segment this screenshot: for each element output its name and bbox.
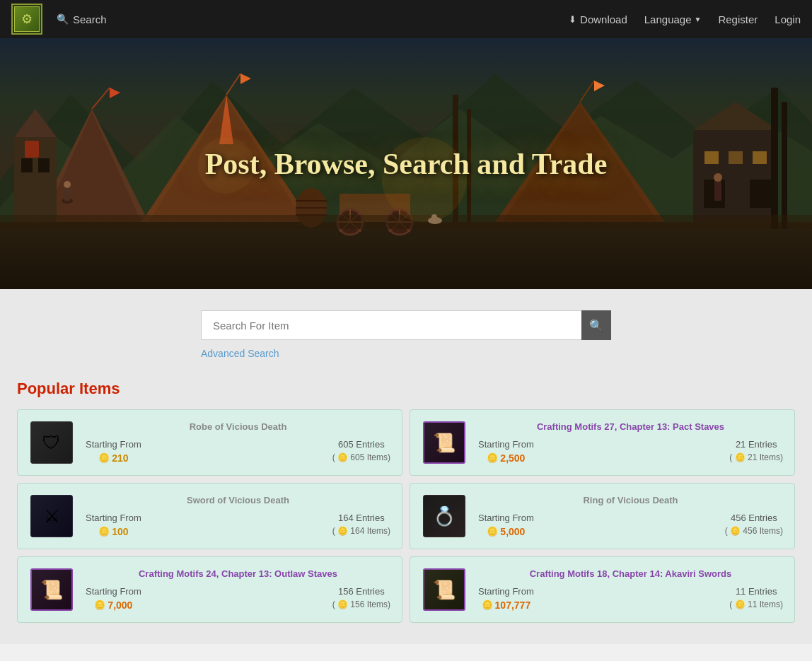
- starting-from-label: Starting From: [86, 586, 141, 597]
- item-info: Crafting Motifs 24, Chapter 13: Outlaw S…: [86, 568, 390, 611]
- price-stat: Starting From 🪙 100: [86, 513, 141, 537]
- starting-from-label: Starting From: [478, 586, 534, 597]
- chevron-down-icon: ▼: [695, 16, 702, 23]
- item-icon-wrapper: 🛡: [29, 420, 74, 465]
- item-name: Ring of Vicious Death: [478, 495, 783, 507]
- entries-stat: 605 Entries ( 🪙 605 Items): [332, 439, 390, 462]
- item-stats: Starting From 🪙 5,000 456 Entries ( 🪙 45…: [478, 513, 783, 537]
- navbar-right: ⬇ Download Language ▼ Register Login: [569, 13, 801, 25]
- item-card[interactable]: 📜 Crafting Motifs 24, Chapter 13: Outlaw…: [17, 556, 402, 623]
- starting-from-label: Starting From: [478, 513, 534, 523]
- items-grid: 🛡 Robe of Vicious Death Starting From 🪙 …: [17, 409, 795, 623]
- item-name: Robe of Vicious Death: [86, 421, 390, 433]
- price-number: 107,777: [495, 599, 531, 611]
- advanced-search-link[interactable]: Advanced Search: [201, 348, 279, 359]
- item-icon: 📜: [30, 568, 73, 611]
- item-icon: ⚔: [30, 495, 73, 537]
- item-card[interactable]: 🛡 Robe of Vicious Death Starting From 🪙 …: [17, 409, 402, 476]
- entries-label: 21 Entries: [729, 439, 783, 450]
- item-stats: Starting From 🪙 210 605 Entries ( 🪙 605 …: [86, 439, 390, 464]
- search-bar-container: 🔍: [201, 310, 611, 340]
- coin-icon: 🪙: [94, 599, 105, 610]
- item-info: Crafting Motifs 27, Chapter 13: Pact Sta…: [478, 421, 783, 464]
- nav-search-label: Search: [73, 13, 107, 25]
- register-link[interactable]: Register: [718, 13, 758, 25]
- items-count: ( 🪙 164 Items): [332, 526, 390, 536]
- item-card[interactable]: 📜 Crafting Motifs 27, Chapter 13: Pact S…: [410, 409, 795, 476]
- item-icon-wrapper: ⚔: [29, 493, 74, 539]
- entries-label: 456 Entries: [725, 513, 783, 523]
- register-label: Register: [718, 13, 758, 25]
- entries-stat: 164 Entries ( 🪙 164 Items): [332, 513, 390, 536]
- price-number: 100: [112, 526, 128, 537]
- price-stat: Starting From 🪙 7,000: [86, 586, 141, 611]
- price-stat: Starting From 🪙 2,500: [478, 439, 534, 464]
- item-icon: 📜: [423, 568, 465, 611]
- coin-icon: 🪙: [98, 526, 110, 537]
- popular-title: Popular Items: [17, 380, 795, 398]
- search-button[interactable]: 🔍: [581, 310, 611, 340]
- language-dropdown[interactable]: Language ▼: [644, 13, 702, 25]
- item-card[interactable]: ⚔ Sword of Vicious Death Starting From 🪙…: [17, 483, 402, 549]
- item-name: Crafting Motifs 24, Chapter 13: Outlaw S…: [86, 568, 390, 580]
- logo[interactable]: ⚙: [11, 4, 42, 35]
- entries-label: 156 Entries: [332, 586, 390, 597]
- item-name: Sword of Vicious Death: [86, 495, 390, 507]
- price-value: 🪙 2,500: [478, 452, 534, 464]
- entries-stat: 21 Entries ( 🪙 21 Items): [729, 439, 783, 462]
- item-name: Crafting Motifs 27, Chapter 13: Pact Sta…: [478, 421, 783, 433]
- starting-from-label: Starting From: [478, 439, 534, 450]
- item-icon-wrapper: 📜: [29, 567, 74, 612]
- language-label: Language: [644, 13, 692, 25]
- starting-from-label: Starting From: [86, 513, 141, 523]
- hero-title: Post, Browse, Search and Trade: [191, 147, 622, 181]
- coin-icon: 🪙: [98, 452, 110, 463]
- price-number: 5,000: [500, 526, 525, 537]
- download-link[interactable]: ⬇ Download: [569, 13, 627, 25]
- item-stats: Starting From 🪙 100 164 Entries ( 🪙 164 …: [86, 513, 390, 537]
- search-input[interactable]: [201, 310, 581, 340]
- item-info: Robe of Vicious Death Starting From 🪙 21…: [86, 421, 390, 464]
- price-value: 🪙 5,000: [478, 526, 534, 537]
- item-name: Crafting Motifs 18, Chapter 14: Akaviri …: [478, 568, 783, 580]
- item-card[interactable]: 💍 Ring of Vicious Death Starting From 🪙 …: [410, 483, 795, 549]
- item-icon-wrapper: 📜: [422, 420, 467, 465]
- login-link[interactable]: Login: [775, 13, 801, 25]
- item-info: Crafting Motifs 18, Chapter 14: Akaviri …: [478, 568, 783, 611]
- item-icon: 📜: [423, 421, 465, 464]
- entries-stat: 11 Entries ( 🪙 11 Items): [729, 586, 783, 609]
- item-icon: 🛡: [30, 421, 73, 464]
- item-info: Ring of Vicious Death Starting From 🪙 5,…: [478, 495, 783, 537]
- price-stat: Starting From 🪙 107,777: [478, 586, 534, 611]
- popular-section: Popular Items 🛡 Robe of Vicious Death St…: [17, 380, 795, 623]
- search-nav-icon: 🔍: [57, 13, 69, 25]
- entries-label: 605 Entries: [332, 439, 390, 450]
- entries-stat: 156 Entries ( 🪙 156 Items): [332, 586, 390, 609]
- entries-stat: 456 Entries ( 🪙 456 Items): [725, 513, 783, 536]
- entries-label: 164 Entries: [332, 513, 390, 523]
- download-label: Download: [580, 13, 627, 25]
- item-card[interactable]: 📜 Crafting Motifs 18, Chapter 14: Akavir…: [410, 556, 795, 623]
- item-icon-wrapper: 📜: [422, 567, 467, 612]
- price-value: 🪙 100: [86, 526, 141, 537]
- price-value: 🪙 107,777: [478, 599, 534, 611]
- price-number: 7,000: [108, 599, 132, 611]
- logo-symbol: ⚙: [21, 11, 33, 27]
- search-button-icon: 🔍: [589, 319, 603, 332]
- item-stats: Starting From 🪙 7,000 156 Entries ( 🪙 15…: [86, 586, 390, 611]
- download-icon: ⬇: [569, 14, 576, 25]
- coin-icon: 🪙: [487, 526, 498, 537]
- price-stat: Starting From 🪙 5,000: [478, 513, 534, 537]
- hero-title-wrapper: Post, Browse, Search and Trade: [0, 38, 812, 289]
- item-icon: 💍: [423, 495, 465, 537]
- nav-search[interactable]: 🔍 Search: [57, 13, 107, 25]
- price-value: 🪙 210: [86, 452, 141, 464]
- item-icon-wrapper: 💍: [422, 493, 467, 539]
- item-info: Sword of Vicious Death Starting From 🪙 1…: [86, 495, 390, 537]
- items-count: ( 🪙 456 Items): [725, 526, 783, 536]
- items-count: ( 🪙 605 Items): [332, 452, 390, 462]
- items-count: ( 🪙 156 Items): [332, 599, 390, 609]
- entries-label: 11 Entries: [729, 586, 783, 597]
- items-count: ( 🪙 11 Items): [729, 599, 783, 609]
- advanced-search-container: Advanced Search: [201, 347, 611, 360]
